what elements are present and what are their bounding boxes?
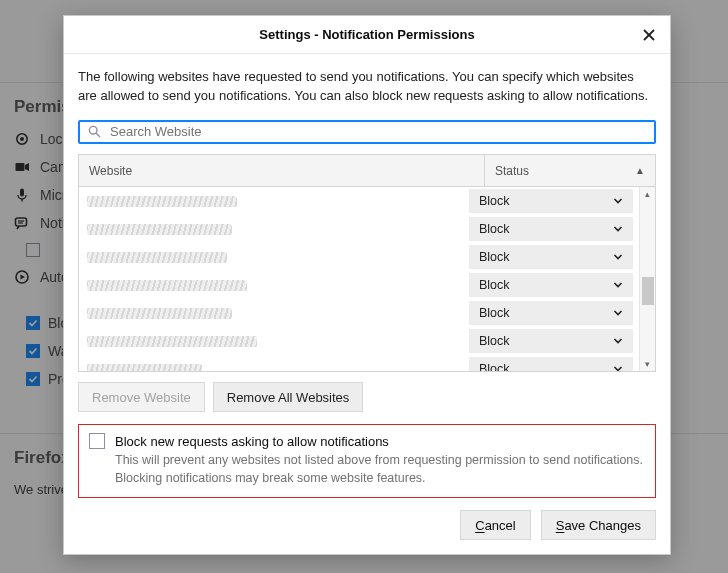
redacted-website xyxy=(87,252,227,263)
status-dropdown[interactable]: Block xyxy=(469,301,633,325)
dialog-description: The following websites have requested to… xyxy=(78,68,656,106)
redacted-website xyxy=(87,336,257,347)
scroll-down-icon[interactable]: ▾ xyxy=(640,357,655,371)
status-dropdown[interactable]: Block xyxy=(469,357,633,371)
status-value: Block xyxy=(479,362,510,371)
chevron-down-icon xyxy=(613,252,623,262)
cell-website xyxy=(79,224,469,235)
status-dropdown[interactable]: Block xyxy=(469,245,633,269)
scroll-up-icon[interactable]: ▴ xyxy=(640,187,655,201)
status-dropdown[interactable]: Block xyxy=(469,329,633,353)
col-header-website[interactable]: Website xyxy=(79,155,485,186)
table-scrollbar[interactable]: ▴ ▾ xyxy=(639,187,655,371)
chevron-down-icon xyxy=(613,224,623,234)
cell-status: Block xyxy=(469,217,639,241)
chevron-down-icon xyxy=(613,364,623,371)
cancel-mnemonic: C xyxy=(475,518,484,533)
chevron-down-icon xyxy=(613,280,623,290)
sort-ascending-icon: ▲ xyxy=(635,165,645,176)
redacted-website xyxy=(87,196,237,207)
dialog-header: Settings - Notification Permissions xyxy=(64,16,670,54)
save-changes-button[interactable]: Save Changes xyxy=(541,510,656,540)
redacted-website xyxy=(87,308,232,319)
cell-status: Block xyxy=(469,245,639,269)
status-dropdown[interactable]: Block xyxy=(469,217,633,241)
cell-status: Block xyxy=(469,301,639,325)
search-website-wrapper[interactable] xyxy=(78,120,656,144)
block-new-requests-section: Block new requests asking to allow notif… xyxy=(78,424,656,498)
remove-website-button: Remove Website xyxy=(78,382,205,412)
cell-website xyxy=(79,364,469,372)
cell-status: Block xyxy=(469,189,639,213)
cancel-rest: ancel xyxy=(485,518,516,533)
redacted-website xyxy=(87,364,202,372)
dialog-title: Settings - Notification Permissions xyxy=(259,27,474,42)
table-row[interactable]: Block xyxy=(79,327,639,355)
cell-status: Block xyxy=(469,273,639,297)
status-dropdown[interactable]: Block xyxy=(469,273,633,297)
status-value: Block xyxy=(479,222,510,236)
status-value: Block xyxy=(479,278,510,292)
table-row[interactable]: Block xyxy=(79,243,639,271)
search-input[interactable] xyxy=(108,123,646,140)
table-row[interactable]: Block xyxy=(79,187,639,215)
chevron-down-icon xyxy=(613,336,623,346)
notification-permissions-dialog: Settings - Notification Permissions The … xyxy=(63,15,671,555)
search-icon xyxy=(88,125,102,139)
status-value: Block xyxy=(479,250,510,264)
table-row[interactable]: Block xyxy=(79,215,639,243)
table-header: Website Status ▲ xyxy=(79,155,655,187)
col-header-status[interactable]: Status ▲ xyxy=(485,155,655,186)
block-new-requests-description: This will prevent any websites not liste… xyxy=(89,452,645,487)
table-row[interactable]: Block xyxy=(79,271,639,299)
remove-all-websites-button[interactable]: Remove All Websites xyxy=(213,382,364,412)
cell-status: Block xyxy=(469,357,639,371)
cell-website xyxy=(79,280,469,291)
chevron-down-icon xyxy=(613,308,623,318)
chevron-down-icon xyxy=(613,196,623,206)
save-rest: ave Changes xyxy=(564,518,641,533)
redacted-website xyxy=(87,224,232,235)
save-mnemonic: S xyxy=(556,518,565,533)
cell-status: Block xyxy=(469,329,639,353)
svg-line-14 xyxy=(96,134,100,138)
scrollbar-thumb[interactable] xyxy=(642,277,654,305)
status-value: Block xyxy=(479,194,510,208)
svg-point-13 xyxy=(89,127,97,135)
cell-website xyxy=(79,336,469,347)
cell-website xyxy=(79,252,469,263)
table-row[interactable]: Block xyxy=(79,299,639,327)
block-new-requests-label: Block new requests asking to allow notif… xyxy=(115,434,389,449)
block-new-requests-checkbox[interactable] xyxy=(89,433,105,449)
status-dropdown[interactable]: Block xyxy=(469,189,633,213)
cancel-button[interactable]: Cancel xyxy=(460,510,530,540)
col-header-status-label: Status xyxy=(495,164,529,178)
cell-website xyxy=(79,196,469,207)
permissions-table: Website Status ▲ BlockBlockBlockBlockBlo… xyxy=(78,154,656,372)
close-icon xyxy=(643,29,655,41)
close-button[interactable] xyxy=(638,24,660,46)
redacted-website xyxy=(87,280,247,291)
table-row[interactable]: Block xyxy=(79,355,639,371)
status-value: Block xyxy=(479,334,510,348)
status-value: Block xyxy=(479,306,510,320)
cell-website xyxy=(79,308,469,319)
